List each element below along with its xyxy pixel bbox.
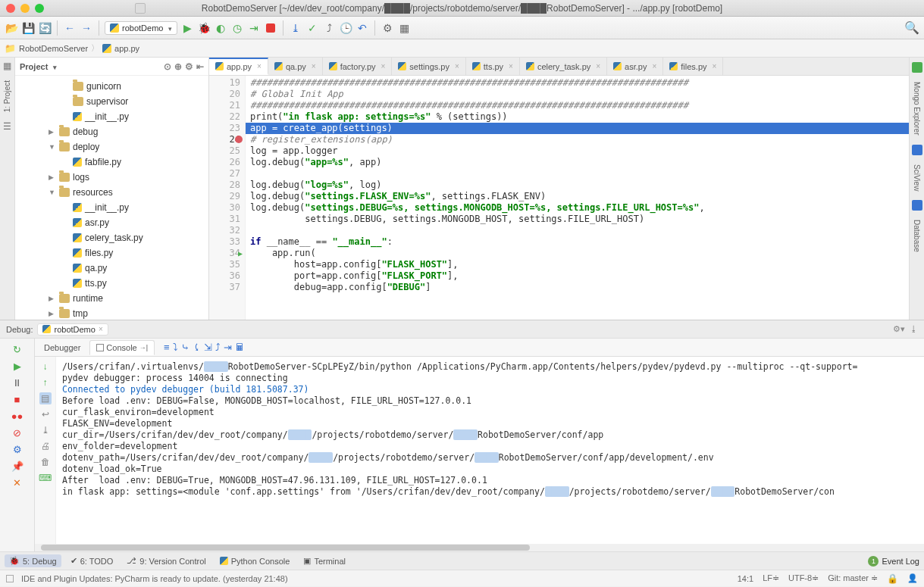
maximize-window-button[interactable] bbox=[35, 4, 44, 13]
stop-button[interactable] bbox=[264, 21, 277, 35]
line-separator[interactable]: LF≑ bbox=[763, 573, 779, 583]
project-tool-label[interactable]: 1: Project bbox=[3, 77, 11, 115]
run-to-cursor-icon[interactable]: ⇥ bbox=[224, 342, 232, 353]
tree-item[interactable]: ▶debug bbox=[15, 124, 208, 139]
close-window-button[interactable] bbox=[6, 4, 15, 13]
tree-item[interactable]: celery_task.py bbox=[15, 230, 208, 245]
down-icon[interactable]: ↓ bbox=[39, 361, 52, 373]
close-debug-icon[interactable]: ✕ bbox=[11, 476, 23, 489]
mongo-tool-label[interactable]: Mongo Explorer bbox=[913, 79, 921, 139]
run-button[interactable]: ▶ bbox=[180, 21, 194, 35]
editor-tab[interactable]: celery_task.py× bbox=[520, 58, 607, 75]
gear-icon[interactable]: ⚙ bbox=[185, 61, 193, 72]
settings-icon[interactable]: ⚙ bbox=[381, 21, 394, 35]
open-icon[interactable]: 📂 bbox=[5, 21, 18, 35]
editor-tab[interactable]: files.py× bbox=[663, 58, 723, 75]
tool-window-button[interactable]: 🐞5: Debug bbox=[5, 554, 61, 567]
tree-item[interactable]: ▶runtime bbox=[15, 291, 208, 306]
attach-button[interactable]: ⇥ bbox=[247, 21, 261, 35]
step-over-icon[interactable]: ⤵ bbox=[173, 342, 178, 353]
tool-window-button[interactable]: ⎇9: Version Control bbox=[122, 554, 210, 567]
clear-icon[interactable]: 🗑 bbox=[39, 456, 52, 468]
debug-button[interactable]: 🐞 bbox=[197, 21, 211, 35]
debug-config[interactable]: robotDemo × bbox=[37, 323, 108, 336]
filter-icon[interactable]: ▤ bbox=[39, 392, 52, 404]
minimize-window-button[interactable] bbox=[20, 4, 30, 13]
file-encoding[interactable]: UTF-8≑ bbox=[788, 573, 819, 583]
project-tree[interactable]: gunicornsupervisor__init__.py▶debug▼depl… bbox=[15, 76, 208, 320]
mute-breakpoints-icon[interactable]: ⊘ bbox=[11, 426, 23, 439]
pause-icon[interactable]: ⏸ bbox=[11, 376, 23, 389]
back-icon[interactable]: ← bbox=[63, 21, 77, 35]
close-tab-icon[interactable]: × bbox=[99, 325, 103, 333]
console-scrollbar[interactable] bbox=[35, 544, 924, 551]
project-scope-dropdown[interactable] bbox=[51, 62, 57, 71]
sciview-tool-label[interactable]: SciView bbox=[913, 161, 921, 194]
stop-debug-icon[interactable]: ■ bbox=[11, 393, 23, 405]
hide-panel-icon[interactable]: ⭳ bbox=[910, 324, 918, 334]
tool-window-button[interactable]: ✔6: TODO bbox=[66, 554, 118, 567]
inspector-icon[interactable]: 👤 bbox=[907, 573, 918, 583]
search-everywhere-icon[interactable]: 🔍 bbox=[904, 20, 919, 35]
save-icon[interactable]: 💾 bbox=[21, 21, 35, 35]
console-output[interactable]: /Users/crifan/.virtualenvs/████RobotDemo… bbox=[56, 357, 924, 544]
tree-item[interactable]: gunicorn bbox=[15, 79, 208, 94]
undo-icon[interactable]: ↶ bbox=[356, 21, 369, 35]
view-breakpoints-icon[interactable]: ●● bbox=[11, 410, 23, 422]
console-tab[interactable]: Console →| bbox=[89, 340, 155, 355]
up-icon[interactable]: ↑ bbox=[39, 376, 52, 389]
tree-item[interactable]: ▶tmp bbox=[15, 306, 208, 320]
step-out-icon[interactable]: ⤴ bbox=[215, 342, 221, 353]
step-into-my-icon[interactable]: ⤹ bbox=[193, 342, 201, 353]
profile-button[interactable]: ◷ bbox=[230, 21, 244, 35]
tree-item[interactable]: ▼deploy bbox=[15, 139, 208, 155]
tree-item[interactable]: ▼resources bbox=[15, 185, 208, 200]
tree-item[interactable]: __init__.py bbox=[15, 200, 208, 215]
forward-icon[interactable]: → bbox=[80, 21, 93, 35]
structure-tool-icon[interactable]: ☰ bbox=[2, 121, 13, 132]
breadcrumb-file[interactable]: app.py bbox=[114, 44, 139, 53]
tree-item[interactable]: files.py bbox=[15, 245, 208, 261]
status-box-icon[interactable] bbox=[6, 575, 14, 582]
resume-icon[interactable]: ▶ bbox=[11, 360, 23, 372]
event-log-button[interactable]: 1 Event Log bbox=[868, 556, 919, 567]
editor-gutter[interactable]: 19202122232425262728293031323334▶353637 bbox=[209, 76, 246, 320]
database-tool-label[interactable]: Database bbox=[913, 217, 921, 255]
soft-wrap-icon[interactable]: ↩ bbox=[39, 408, 52, 420]
editor-tab[interactable]: tts.py× bbox=[466, 58, 520, 75]
print-icon[interactable]: 🖨 bbox=[39, 440, 52, 452]
vcs-commit-icon[interactable]: ✓ bbox=[305, 21, 319, 35]
mongo-icon[interactable] bbox=[912, 62, 922, 73]
scroll-end-icon[interactable]: ⤓ bbox=[39, 424, 52, 436]
pin-icon[interactable]: 📌 bbox=[11, 460, 23, 472]
tree-item[interactable]: tts.py bbox=[15, 276, 208, 291]
editor-tab[interactable]: app.py× bbox=[209, 58, 268, 75]
step-into-icon[interactable]: ⤷ bbox=[181, 342, 189, 353]
tree-item[interactable]: supervisor bbox=[15, 94, 208, 109]
tree-item[interactable]: qa.py bbox=[15, 261, 208, 276]
tree-item[interactable]: __init__.py bbox=[15, 109, 208, 124]
hide-icon[interactable]: ⇤ bbox=[196, 61, 204, 72]
vcs-push-icon[interactable]: ⤴ bbox=[322, 21, 336, 35]
editor-tab[interactable]: asr.py× bbox=[607, 58, 663, 75]
lock-icon[interactable]: 🔒 bbox=[887, 573, 898, 584]
tree-item[interactable]: ▶logs bbox=[15, 170, 208, 185]
tool-window-button[interactable]: Python Console bbox=[215, 554, 295, 567]
code-area[interactable]: ########################################… bbox=[246, 76, 909, 320]
collapse-icon[interactable]: ⊙ bbox=[164, 61, 171, 72]
refresh-icon[interactable]: 🔄 bbox=[38, 21, 52, 35]
breadcrumb-root[interactable]: RobotDemoServer bbox=[19, 44, 88, 53]
sciview-icon[interactable] bbox=[912, 145, 922, 155]
evaluate-icon[interactable]: 🖩 bbox=[235, 342, 245, 353]
tree-item[interactable]: asr.py bbox=[15, 215, 208, 230]
settings-icon[interactable]: ⚙ bbox=[11, 443, 23, 455]
editor-body[interactable]: 19202122232425262728293031323334▶353637 … bbox=[209, 76, 909, 320]
debugger-tab[interactable]: Debugger bbox=[38, 341, 86, 354]
tree-item[interactable]: fabfile.py bbox=[15, 155, 208, 170]
editor-tab[interactable]: qa.py× bbox=[268, 58, 323, 75]
run-config-selector[interactable]: robotDemo bbox=[105, 21, 177, 35]
git-branch[interactable]: Git: master ≑ bbox=[828, 573, 878, 583]
rerun-icon[interactable]: ↻ bbox=[11, 343, 23, 355]
project-tool-icon[interactable]: ▦ bbox=[2, 61, 13, 71]
editor-tab[interactable]: settings.py× bbox=[392, 58, 465, 75]
